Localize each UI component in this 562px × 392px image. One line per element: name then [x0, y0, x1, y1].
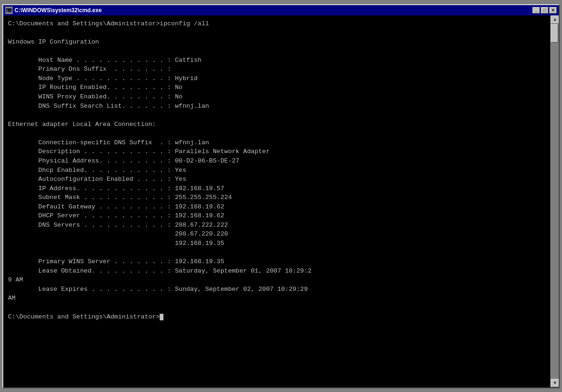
window-title: C:\WINDOWS\system32\cmd.exe	[15, 7, 102, 14]
maximize-button[interactable]: □	[541, 7, 548, 14]
scroll-thumb[interactable]	[551, 24, 558, 43]
scroll-track[interactable]	[551, 24, 559, 379]
title-bar-left: C:\ C:\WINDOWS\system32\cmd.exe	[5, 7, 102, 14]
window-body: C:\Documents and Settings\Administrator>…	[3, 15, 559, 387]
title-bar-buttons: _ □ ✕	[532, 7, 557, 14]
terminal-output[interactable]: C:\Documents and Settings\Administrator>…	[3, 15, 550, 387]
scrollbar[interactable]: ▲ ▼	[550, 15, 559, 387]
minimize-button[interactable]: _	[532, 7, 540, 14]
scroll-up-button[interactable]: ▲	[551, 15, 559, 24]
title-bar: C:\ C:\WINDOWS\system32\cmd.exe _ □ ✕	[3, 5, 559, 15]
scroll-down-button[interactable]: ▼	[551, 379, 559, 387]
cmd-window: C:\ C:\WINDOWS\system32\cmd.exe _ □ ✕ C:…	[2, 4, 560, 388]
terminal-cursor	[160, 314, 163, 320]
close-button[interactable]: ✕	[549, 7, 557, 14]
svg-text:C:\: C:\	[7, 9, 12, 12]
cmd-icon: C:\	[5, 7, 13, 14]
